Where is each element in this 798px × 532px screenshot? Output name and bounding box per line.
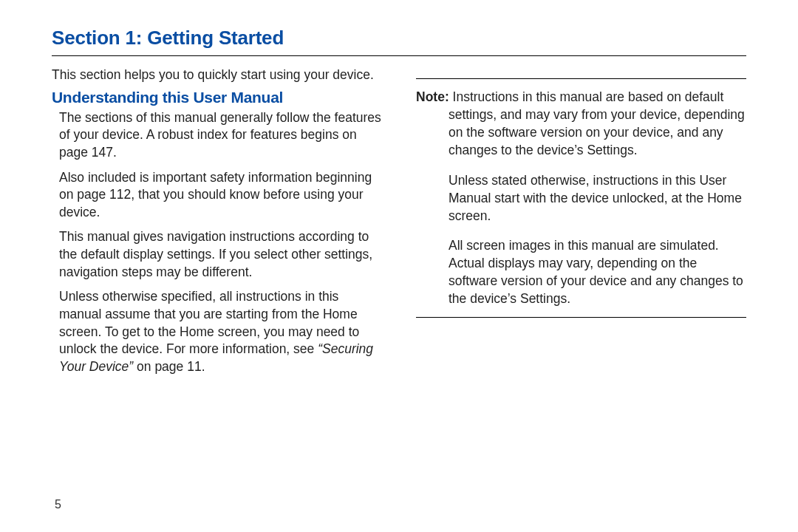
- body-para-4c: on page 11.: [133, 359, 205, 374]
- body-para-4: Unless otherwise specified, all instruct…: [59, 288, 382, 375]
- page-number: 5: [55, 498, 61, 511]
- body-para-2: Also included is important safety inform…: [59, 169, 382, 222]
- note-label: Note:: [416, 89, 449, 104]
- section-title: Section 1: Getting Started: [52, 27, 746, 50]
- right-column: Note: Instructions in this manual are ba…: [416, 66, 746, 383]
- note-text-1: Instructions in this manual are based on…: [449, 89, 745, 157]
- intro-text: This section helps you to quickly start …: [52, 66, 382, 84]
- body-para-4a: Unless otherwise specified, all instruct…: [59, 289, 359, 356]
- body-para-1: The sections of this manual generally fo…: [59, 109, 382, 162]
- note-para-1: Note: Instructions in this manual are ba…: [416, 88, 746, 160]
- body-para-3: This manual gives navigation instruction…: [59, 228, 382, 281]
- note-box: Note: Instructions in this manual are ba…: [416, 78, 746, 318]
- note-para-2: Unless stated otherwise, instructions in…: [416, 171, 746, 225]
- note-para-3: All screen images in this manual are sim…: [416, 236, 746, 308]
- title-rule: [52, 55, 746, 56]
- two-column-layout: This section helps you to quickly start …: [52, 66, 746, 383]
- subheading: Understanding this User Manual: [52, 89, 382, 106]
- left-column: This section helps you to quickly start …: [52, 66, 382, 383]
